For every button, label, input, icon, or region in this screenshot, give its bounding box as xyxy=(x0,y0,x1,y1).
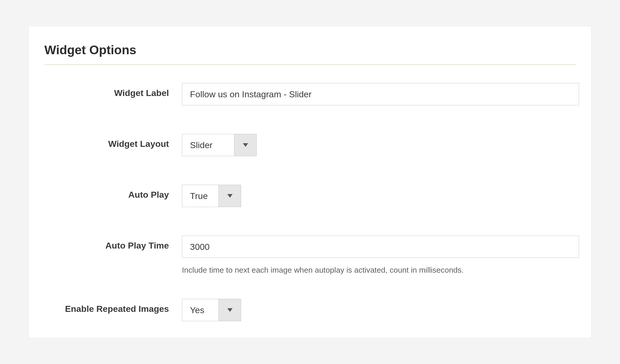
widget-layout-select[interactable]: Slider xyxy=(182,134,257,156)
auto-play-time-helper: Include time to next each image when aut… xyxy=(182,265,579,276)
auto-play-select-value: True xyxy=(182,185,219,207)
widget-layout-select-value: Slider xyxy=(182,134,234,156)
widget-label-input[interactable] xyxy=(182,83,579,105)
row-widget-layout: Widget Layout Slider xyxy=(44,134,576,156)
widget-options-panel: Widget Options Widget Label Widget Layou… xyxy=(29,26,591,338)
caret-down-icon xyxy=(234,134,256,156)
label-auto-play: Auto Play xyxy=(44,185,182,201)
title-divider xyxy=(44,64,576,65)
label-widget-layout: Widget Layout xyxy=(44,134,182,150)
row-widget-label: Widget Label xyxy=(44,83,576,105)
auto-play-select[interactable]: True xyxy=(182,185,241,207)
label-enable-repeated-images: Enable Repeated Images xyxy=(44,299,182,315)
svg-marker-0 xyxy=(243,143,248,147)
label-widget-label: Widget Label xyxy=(44,83,182,99)
auto-play-time-input[interactable] xyxy=(182,236,579,258)
label-auto-play-time: Auto Play Time xyxy=(44,236,182,252)
row-auto-play: Auto Play True xyxy=(44,185,576,207)
svg-marker-2 xyxy=(227,308,233,312)
caret-down-icon xyxy=(219,299,241,321)
caret-down-icon xyxy=(219,185,241,207)
row-enable-repeated-images: Enable Repeated Images Yes xyxy=(44,299,576,321)
row-auto-play-time: Auto Play Time Include time to next each… xyxy=(44,236,576,276)
panel-title: Widget Options xyxy=(44,43,576,57)
enable-repeated-images-select-value: Yes xyxy=(182,299,219,321)
enable-repeated-images-select[interactable]: Yes xyxy=(182,299,241,321)
svg-marker-1 xyxy=(227,194,233,198)
